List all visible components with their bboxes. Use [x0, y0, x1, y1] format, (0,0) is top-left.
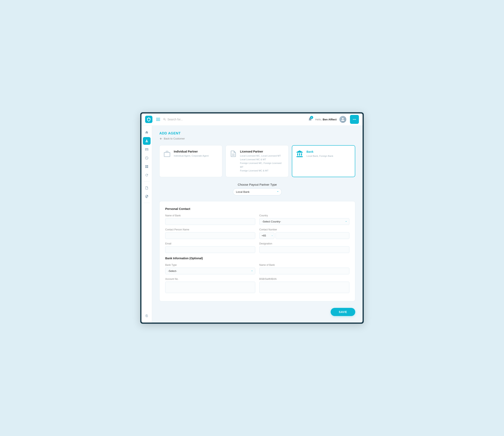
- bank-partner-desc: Local Bank, Foreign Bank: [306, 154, 333, 158]
- bank-type-group: Bank Type -Select-: [165, 264, 255, 274]
- country-code-wrap: +65 +1 +44: [259, 232, 274, 239]
- country-label: Country: [259, 214, 349, 217]
- name-of-bank-label: Name of Bank: [165, 214, 255, 217]
- bank-type-select[interactable]: -Select-: [165, 268, 255, 274]
- main-layout: ADD AGENT Back to Customer Individual Pa…: [141, 126, 363, 323]
- logo-shield: [145, 116, 153, 123]
- search-bar: Search for...: [163, 118, 232, 121]
- page-title: ADD AGENT: [159, 131, 355, 135]
- individual-partner-title: Individual Partner: [174, 150, 208, 153]
- form-row-bank-type: Bank Type -Select- Name o: [165, 264, 349, 274]
- personal-contact-title: Personal Contact: [165, 207, 349, 211]
- name-of-bank-input[interactable]: [165, 218, 255, 225]
- bank-partner-title: Bank: [306, 150, 333, 153]
- notification-bell[interactable]: 2: [308, 117, 312, 122]
- contact-number-group: Contact Number +65 +1 +44: [259, 228, 349, 239]
- header: Search for... 2 Hello, Ben Afflect: [141, 113, 363, 126]
- sidebar-item-fingerprint[interactable]: [143, 312, 151, 320]
- individual-partner-desc: Individual Agent, Corporate Agent: [174, 154, 208, 158]
- choose-payout-label: Choose Payout Partner Type: [238, 183, 277, 186]
- bsb-label: BSB/Swift/IBAN: [259, 278, 349, 280]
- back-link-label: Back to Customer: [164, 137, 185, 140]
- payout-select-wrap: Local Bank Foreign Bank: [233, 188, 282, 195]
- payout-select[interactable]: Local Bank Foreign Bank: [233, 188, 282, 195]
- partner-card-licensed[interactable]: Licensed Partner Local Licensed MC, Loca…: [225, 145, 288, 177]
- bank-partner-info: Bank Local Bank, Foreign Bank: [306, 150, 333, 158]
- save-button[interactable]: SAVE: [331, 308, 355, 316]
- designation-label: Designation: [259, 242, 349, 245]
- licensed-partner-info: Licensed Partner Local Licensed MC, Loca…: [240, 150, 285, 173]
- sidebar-item-payments[interactable]: [143, 146, 151, 153]
- country-select-wrap: -Select Country-: [259, 218, 349, 225]
- search-placeholder: Search for...: [167, 118, 183, 121]
- sidebar-item-bottom[interactable]: [143, 312, 151, 320]
- sidebar-item-users[interactable]: [143, 137, 151, 145]
- name-of-bank-group: Name of Bank: [165, 214, 255, 225]
- email-label: Email: [165, 242, 255, 245]
- country-code-select[interactable]: +65 +1 +44: [259, 232, 274, 239]
- bank-name-group: Name of Bank: [259, 264, 349, 274]
- account-no-input[interactable]: [165, 282, 255, 293]
- designation-input[interactable]: [259, 246, 349, 253]
- bank-info-title: Bank Information (Optional): [165, 257, 349, 260]
- contact-person-label: Contact Person Name: [165, 228, 255, 231]
- licensed-partner-title: Licensed Partner: [240, 150, 285, 153]
- bank-name-label: Name of Bank: [259, 264, 349, 266]
- email-group: Email: [165, 242, 255, 253]
- save-row: SAVE: [159, 306, 355, 317]
- personal-contact-section: Personal Contact Name of Bank Country -S…: [159, 201, 355, 301]
- licensed-partner-desc: Local Licensed MC, Local Licensed MT Loc…: [240, 154, 285, 173]
- header-right: 2 Hello, Ben Afflect: [308, 115, 359, 124]
- bank-icon: [296, 150, 304, 159]
- bank-name-input[interactable]: [259, 268, 349, 274]
- sidebar-item-document[interactable]: [143, 184, 151, 192]
- contact-person-group: Contact Person Name: [165, 228, 255, 239]
- sidebar-item-home[interactable]: [143, 129, 151, 136]
- form-row-contact: Contact Person Name Contact Number +65 +…: [165, 228, 349, 239]
- greeting-text: Hello, Ben Afflect: [315, 118, 337, 121]
- licensed-partner-icon: [229, 150, 237, 158]
- bank-type-label: Bank Type: [165, 264, 255, 266]
- back-arrow-icon: [159, 137, 162, 140]
- bsb-input[interactable]: [259, 282, 349, 293]
- sidebar-divider: [144, 181, 150, 182]
- bsb-group: BSB/Swift/IBAN: [259, 278, 349, 293]
- sidebar-item-refresh[interactable]: [143, 171, 151, 179]
- sidebar: [141, 126, 152, 323]
- country-group: Country -Select Country-: [259, 214, 349, 225]
- app-inner: Search for... 2 Hello, Ben Afflect: [141, 113, 363, 323]
- email-input[interactable]: [165, 246, 255, 253]
- sidebar-item-clock[interactable]: [143, 154, 151, 162]
- account-no-group: Account No.: [165, 278, 255, 293]
- contact-number-input[interactable]: [276, 232, 349, 239]
- content-area: ADD AGENT Back to Customer Individual Pa…: [152, 126, 363, 323]
- individual-partner-info: Individual Partner Individual Agent, Cor…: [174, 150, 208, 158]
- partner-type-cards: Individual Partner Individual Agent, Cor…: [159, 145, 355, 177]
- sidebar-divider-2: [144, 203, 150, 203]
- form-row-account: Account No. BSB/Swift/IBAN: [165, 278, 349, 293]
- hamburger-menu[interactable]: [156, 118, 160, 121]
- individual-partner-icon: [163, 150, 171, 158]
- form-row-bank-country: Name of Bank Country -Select Country-: [165, 214, 349, 225]
- designation-group: Designation: [259, 242, 349, 253]
- partner-card-bank[interactable]: Bank Local Bank, Foreign Bank: [292, 145, 355, 177]
- search-icon: [163, 118, 166, 121]
- account-no-label: Account No.: [165, 278, 255, 280]
- contact-person-input[interactable]: [165, 232, 255, 239]
- notification-badge: 2: [310, 116, 313, 119]
- form-row-email-designation: Email Designation: [165, 242, 349, 253]
- sidebar-item-grid[interactable]: [143, 163, 151, 170]
- contact-number-wrap: +65 +1 +44: [259, 232, 349, 239]
- country-select[interactable]: -Select Country-: [259, 218, 349, 225]
- choose-payout-section: Choose Payout Partner Type Local Bank Fo…: [159, 183, 355, 195]
- back-link[interactable]: Back to Customer: [159, 137, 355, 140]
- avatar[interactable]: [339, 116, 346, 123]
- sidebar-item-settings[interactable]: [143, 193, 151, 200]
- more-options-button[interactable]: [350, 115, 359, 124]
- contact-number-label: Contact Number: [259, 228, 349, 231]
- partner-card-individual[interactable]: Individual Partner Individual Agent, Cor…: [159, 145, 222, 177]
- app-frame: Search for... 2 Hello, Ben Afflect: [140, 112, 364, 324]
- bank-type-select-wrap: -Select-: [165, 268, 255, 274]
